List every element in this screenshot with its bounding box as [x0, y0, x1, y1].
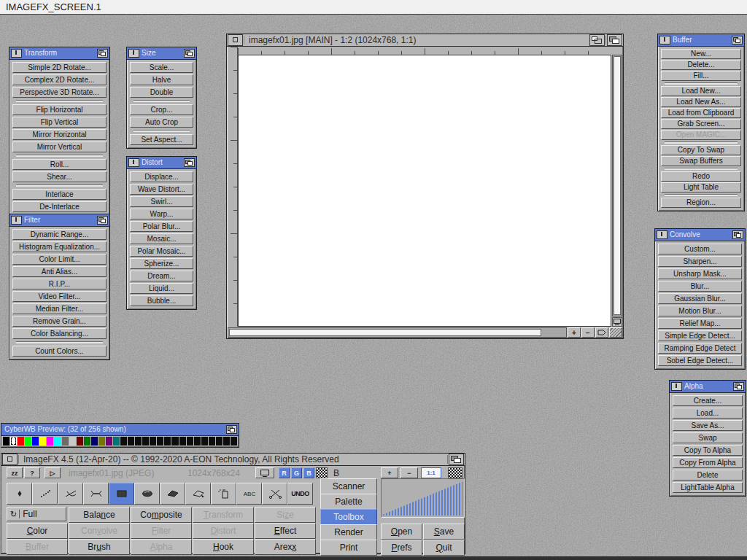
- polygon-tool[interactable]: [185, 483, 211, 505]
- toolbar-titlebar[interactable]: ImageFX 4.5 (12-Apr-20) -- © 1992-2020 A…: [1, 454, 465, 466]
- wave-distort-button[interactable]: Wave Distort...: [130, 184, 193, 195]
- dither-pattern-swatch[interactable]: [316, 467, 328, 478]
- color-swatch[interactable]: [3, 437, 9, 446]
- region-button[interactable]: Region...: [661, 198, 741, 208]
- mosaic-button[interactable]: Mosaic...: [130, 233, 193, 244]
- color-swatch[interactable]: [187, 437, 193, 446]
- text-tool[interactable]: ABC: [236, 483, 262, 505]
- box-tool[interactable]: [109, 483, 134, 505]
- red-channel-button[interactable]: R: [279, 467, 290, 478]
- help-button[interactable]: ?: [24, 467, 40, 478]
- color-swatch[interactable]: [84, 437, 90, 446]
- custom-button[interactable]: Custom...: [658, 244, 742, 254]
- close-icon[interactable]: [128, 158, 139, 167]
- resize-handle[interactable]: [609, 327, 622, 338]
- count-colors-button[interactable]: Count Colors...: [12, 346, 107, 357]
- video-filter-button[interactable]: Video Filter...: [12, 291, 107, 302]
- airbrush-tool[interactable]: [32, 483, 58, 505]
- redo-button[interactable]: Redo: [661, 171, 741, 182]
- close-icon[interactable]: [2, 454, 18, 465]
- swirl-button[interactable]: Swirl...: [130, 196, 193, 207]
- color-swatch[interactable]: [157, 437, 163, 446]
- mirror-vertical-button[interactable]: Mirror Vertical: [12, 141, 107, 152]
- color-swatch[interactable]: [25, 437, 31, 446]
- depth-icon[interactable]: [184, 158, 195, 167]
- screen-mode-button[interactable]: [612, 317, 622, 327]
- curve-tool[interactable]: [83, 483, 109, 505]
- color-swatch[interactable]: [150, 437, 156, 446]
- vertical-scrollbar[interactable]: [612, 55, 622, 316]
- transform-titlebar[interactable]: Transform: [9, 47, 109, 60]
- close-icon[interactable]: [228, 34, 243, 46]
- close-icon[interactable]: [11, 49, 22, 58]
- light-table-button[interactable]: Light Table: [661, 182, 741, 192]
- lighttable-alpha-button[interactable]: LightTable Alpha: [673, 482, 743, 493]
- color-swatch[interactable]: [91, 437, 98, 446]
- toolbox-panel-button[interactable]: Toolbox: [320, 509, 377, 525]
- zoom-out-button[interactable]: −: [400, 467, 418, 478]
- hook-button[interactable]: Hook: [193, 539, 254, 555]
- anti-alias-button[interactable]: Anti Alias...: [12, 266, 107, 277]
- run-button[interactable]: ▷: [44, 467, 61, 478]
- color-swatch[interactable]: [39, 437, 46, 446]
- line-tool[interactable]: [58, 483, 83, 505]
- fill-button[interactable]: Fill...: [661, 71, 741, 81]
- color-swatch[interactable]: [77, 437, 83, 446]
- median-filter-button[interactable]: Median Filter...: [12, 303, 107, 314]
- full-cycle-button[interactable]: ↻ Full: [7, 507, 66, 521]
- zoom-out-button[interactable]: −: [581, 327, 595, 338]
- brush-button[interactable]: Brush: [69, 539, 130, 555]
- sobel-edge-detect-button[interactable]: Sobel Edge Detect...: [658, 355, 742, 366]
- scale-button[interactable]: Scale...: [130, 62, 193, 73]
- color-swatch[interactable]: [113, 437, 120, 446]
- depth-icon[interactable]: [732, 36, 743, 44]
- spherize-button[interactable]: Spherize...: [130, 258, 193, 269]
- depth-icon[interactable]: [449, 454, 464, 465]
- color-swatch[interactable]: [142, 437, 149, 446]
- color-swatch[interactable]: [231, 437, 237, 446]
- depth-icon[interactable]: [97, 216, 108, 225]
- distort-titlebar[interactable]: Distort: [127, 157, 196, 169]
- arexx-button[interactable]: Arexx: [255, 539, 316, 555]
- alpha-titlebar[interactable]: Alpha: [670, 381, 746, 393]
- depth-icon[interactable]: [732, 230, 743, 239]
- simple-2d-rotate-button[interactable]: Simple 2D Rotate...: [12, 62, 107, 73]
- screen-mode-button[interactable]: [255, 467, 274, 478]
- remove-grain-button[interactable]: Remove Grain...: [12, 316, 107, 327]
- depth-icon[interactable]: [607, 34, 622, 46]
- depth-icon[interactable]: [226, 425, 237, 434]
- flip-vertical-button[interactable]: Flip Vertical: [12, 117, 107, 128]
- warp-button[interactable]: Warp...: [130, 209, 193, 219]
- color-swatch[interactable]: [69, 437, 76, 446]
- unsharp-mask-button[interactable]: Unsharp Mask...: [658, 268, 742, 279]
- close-icon[interactable]: [128, 49, 139, 58]
- quit-button[interactable]: Quit: [423, 540, 465, 556]
- perspective-3d-rotate-button[interactable]: Perspective 3D Rotate...: [12, 87, 107, 98]
- color-swatch[interactable]: [62, 437, 69, 446]
- color-swatch[interactable]: [32, 437, 39, 446]
- depth-icon[interactable]: [733, 382, 744, 391]
- relief-map-button[interactable]: Relief Map...: [658, 318, 742, 329]
- load-new-as-button[interactable]: Load New As...: [661, 97, 741, 107]
- horizontal-scrollbar[interactable]: [228, 327, 567, 338]
- save-as-button[interactable]: Save As...: [673, 420, 743, 431]
- color-swatch[interactable]: [10, 437, 17, 446]
- color-swatch[interactable]: [98, 437, 105, 446]
- color-swatch[interactable]: [201, 437, 208, 446]
- color-swatch[interactable]: [209, 437, 215, 446]
- image-window-titlebar[interactable]: imagefx01.jpg [MAIN] - 1:2 (1024x768, 1:…: [227, 34, 623, 47]
- mirror-horizontal-button[interactable]: Mirror Horizontal: [12, 129, 107, 140]
- render-panel-button[interactable]: Render: [320, 524, 377, 540]
- filter-titlebar[interactable]: Filter: [9, 214, 109, 227]
- interlace-button[interactable]: Interlace: [12, 189, 107, 200]
- color-swatch[interactable]: [54, 437, 61, 446]
- composite-button[interactable]: Composite: [131, 507, 192, 523]
- point-tool[interactable]: [7, 483, 32, 505]
- dynamic-range-button[interactable]: Dynamic Range...: [12, 229, 107, 240]
- motion-blur-button[interactable]: Motion Blur...: [658, 306, 742, 316]
- sleep-button[interactable]: zz: [7, 467, 23, 478]
- screen-title-bar[interactable]: IMAGEFX_SCREEN.1: [0, 0, 747, 15]
- dream-button[interactable]: Dream...: [130, 271, 193, 281]
- crop-button[interactable]: Crop...: [130, 104, 193, 115]
- liquid-button[interactable]: Liquid...: [130, 283, 193, 294]
